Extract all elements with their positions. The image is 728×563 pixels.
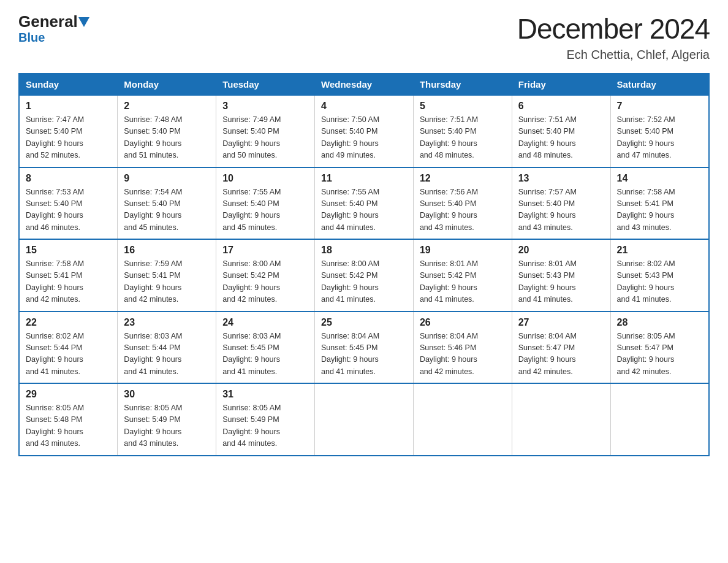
day-number: 28 <box>617 317 702 328</box>
calendar-cell <box>610 383 709 456</box>
day-number: 4 <box>321 101 407 112</box>
day-info: Sunrise: 8:05 AMSunset: 5:47 PMDaylight:… <box>617 331 702 378</box>
day-info: Sunrise: 7:50 AMSunset: 5:40 PMDaylight:… <box>321 114 407 162</box>
calendar-cell: 26Sunrise: 8:04 AMSunset: 5:46 PMDayligh… <box>413 312 512 384</box>
day-number: 12 <box>420 173 506 184</box>
calendar-cell <box>413 383 512 456</box>
day-number: 3 <box>222 101 308 112</box>
day-info: Sunrise: 8:02 AMSunset: 5:44 PMDaylight:… <box>26 331 111 378</box>
day-info: Sunrise: 7:52 AMSunset: 5:40 PMDaylight:… <box>617 114 702 162</box>
day-info: Sunrise: 7:51 AMSunset: 5:40 PMDaylight:… <box>420 114 506 162</box>
calendar-cell: 5Sunrise: 7:51 AMSunset: 5:40 PMDaylight… <box>413 95 512 167</box>
day-info: Sunrise: 7:49 AMSunset: 5:40 PMDaylight:… <box>222 114 308 162</box>
calendar-cell: 16Sunrise: 7:59 AMSunset: 5:41 PMDayligh… <box>118 239 216 312</box>
day-number: 15 <box>26 245 111 256</box>
calendar-cell: 14Sunrise: 7:58 AMSunset: 5:41 PMDayligh… <box>610 167 709 240</box>
day-number: 21 <box>617 245 702 256</box>
logo-triangle-icon <box>78 17 89 27</box>
weekday-header-row: SundayMondayTuesdayWednesdayThursdayFrid… <box>19 74 709 95</box>
day-info: Sunrise: 8:05 AMSunset: 5:49 PMDaylight:… <box>222 402 308 450</box>
day-number: 31 <box>222 389 308 400</box>
calendar-cell: 20Sunrise: 8:01 AMSunset: 5:43 PMDayligh… <box>512 239 610 312</box>
calendar-cell: 17Sunrise: 8:00 AMSunset: 5:42 PMDayligh… <box>216 239 315 312</box>
day-info: Sunrise: 7:53 AMSunset: 5:40 PMDaylight:… <box>26 186 111 234</box>
weekday-header-thursday: Thursday <box>413 74 512 95</box>
logo-general-text: General <box>18 12 78 31</box>
day-info: Sunrise: 7:59 AMSunset: 5:41 PMDaylight:… <box>124 258 210 306</box>
calendar-cell: 25Sunrise: 8:04 AMSunset: 5:45 PMDayligh… <box>315 312 414 384</box>
day-info: Sunrise: 8:03 AMSunset: 5:44 PMDaylight:… <box>124 331 210 378</box>
day-number: 16 <box>124 245 210 256</box>
day-number: 10 <box>222 173 308 184</box>
weekday-header-wednesday: Wednesday <box>315 74 414 95</box>
calendar-cell: 12Sunrise: 7:56 AMSunset: 5:40 PMDayligh… <box>413 167 512 240</box>
calendar-title: December 2024 <box>517 12 710 45</box>
calendar-cell <box>315 383 414 456</box>
day-info: Sunrise: 8:05 AMSunset: 5:49 PMDaylight:… <box>124 402 210 450</box>
calendar-cell: 18Sunrise: 8:00 AMSunset: 5:42 PMDayligh… <box>315 239 414 312</box>
day-info: Sunrise: 8:00 AMSunset: 5:42 PMDaylight:… <box>222 258 308 306</box>
calendar-cell: 4Sunrise: 7:50 AMSunset: 5:40 PMDaylight… <box>315 95 414 167</box>
calendar-cell <box>512 383 610 456</box>
day-info: Sunrise: 8:00 AMSunset: 5:42 PMDaylight:… <box>321 258 407 306</box>
day-number: 5 <box>420 101 506 112</box>
day-info: Sunrise: 7:56 AMSunset: 5:40 PMDaylight:… <box>420 186 506 234</box>
calendar-table: SundayMondayTuesdayWednesdayThursdayFrid… <box>18 73 710 456</box>
day-number: 22 <box>26 317 111 328</box>
page-header: General Blue December 2024 Ech Chettia, … <box>18 12 710 62</box>
calendar-week-4: 22Sunrise: 8:02 AMSunset: 5:44 PMDayligh… <box>19 312 709 384</box>
calendar-week-5: 29Sunrise: 8:05 AMSunset: 5:48 PMDayligh… <box>19 383 709 456</box>
calendar-cell: 27Sunrise: 8:04 AMSunset: 5:47 PMDayligh… <box>512 312 610 384</box>
day-info: Sunrise: 7:55 AMSunset: 5:40 PMDaylight:… <box>321 186 407 234</box>
day-info: Sunrise: 7:58 AMSunset: 5:41 PMDaylight:… <box>617 186 702 234</box>
day-info: Sunrise: 7:58 AMSunset: 5:41 PMDaylight:… <box>26 258 111 306</box>
day-info: Sunrise: 7:54 AMSunset: 5:40 PMDaylight:… <box>124 186 210 234</box>
calendar-cell: 29Sunrise: 8:05 AMSunset: 5:48 PMDayligh… <box>19 383 118 456</box>
weekday-header-saturday: Saturday <box>610 74 709 95</box>
weekday-header-monday: Monday <box>118 74 216 95</box>
calendar-cell: 11Sunrise: 7:55 AMSunset: 5:40 PMDayligh… <box>315 167 414 240</box>
calendar-cell: 2Sunrise: 7:48 AMSunset: 5:40 PMDaylight… <box>118 95 216 167</box>
weekday-header-sunday: Sunday <box>19 74 118 95</box>
weekday-header-friday: Friday <box>512 74 610 95</box>
day-number: 13 <box>518 173 604 184</box>
day-info: Sunrise: 8:04 AMSunset: 5:47 PMDaylight:… <box>518 331 604 378</box>
day-info: Sunrise: 8:01 AMSunset: 5:43 PMDaylight:… <box>518 258 604 306</box>
day-number: 8 <box>26 173 111 184</box>
day-number: 25 <box>321 317 407 328</box>
day-number: 2 <box>124 101 210 112</box>
calendar-cell: 21Sunrise: 8:02 AMSunset: 5:43 PMDayligh… <box>610 239 709 312</box>
day-number: 17 <box>222 245 308 256</box>
calendar-cell: 31Sunrise: 8:05 AMSunset: 5:49 PMDayligh… <box>216 383 315 456</box>
calendar-cell: 15Sunrise: 7:58 AMSunset: 5:41 PMDayligh… <box>19 239 118 312</box>
calendar-subtitle: Ech Chettia, Chlef, Algeria <box>517 48 710 62</box>
day-info: Sunrise: 7:55 AMSunset: 5:40 PMDaylight:… <box>222 186 308 234</box>
day-number: 18 <box>321 245 407 256</box>
day-info: Sunrise: 7:51 AMSunset: 5:40 PMDaylight:… <box>518 114 604 162</box>
calendar-cell: 1Sunrise: 7:47 AMSunset: 5:40 PMDaylight… <box>19 95 118 167</box>
day-info: Sunrise: 8:02 AMSunset: 5:43 PMDaylight:… <box>617 258 702 306</box>
day-number: 20 <box>518 245 604 256</box>
day-info: Sunrise: 8:05 AMSunset: 5:48 PMDaylight:… <box>26 402 111 450</box>
day-number: 27 <box>518 317 604 328</box>
day-number: 30 <box>124 389 210 400</box>
calendar-cell: 7Sunrise: 7:52 AMSunset: 5:40 PMDaylight… <box>610 95 709 167</box>
calendar-title-block: December 2024 Ech Chettia, Chlef, Algeri… <box>517 12 710 62</box>
logo: General Blue <box>18 12 89 44</box>
calendar-cell: 3Sunrise: 7:49 AMSunset: 5:40 PMDaylight… <box>216 95 315 167</box>
day-number: 6 <box>518 101 604 112</box>
calendar-cell: 6Sunrise: 7:51 AMSunset: 5:40 PMDaylight… <box>512 95 610 167</box>
day-number: 1 <box>26 101 111 112</box>
calendar-week-1: 1Sunrise: 7:47 AMSunset: 5:40 PMDaylight… <box>19 95 709 167</box>
day-info: Sunrise: 8:04 AMSunset: 5:45 PMDaylight:… <box>321 331 407 378</box>
calendar-cell: 24Sunrise: 8:03 AMSunset: 5:45 PMDayligh… <box>216 312 315 384</box>
day-number: 14 <box>617 173 702 184</box>
calendar-cell: 19Sunrise: 8:01 AMSunset: 5:42 PMDayligh… <box>413 239 512 312</box>
day-number: 29 <box>26 389 111 400</box>
day-info: Sunrise: 7:47 AMSunset: 5:40 PMDaylight:… <box>26 114 111 162</box>
day-number: 24 <box>222 317 308 328</box>
day-number: 11 <box>321 173 407 184</box>
calendar-cell: 30Sunrise: 8:05 AMSunset: 5:49 PMDayligh… <box>118 383 216 456</box>
calendar-cell: 8Sunrise: 7:53 AMSunset: 5:40 PMDaylight… <box>19 167 118 240</box>
logo-blue-text: Blue <box>18 31 45 44</box>
